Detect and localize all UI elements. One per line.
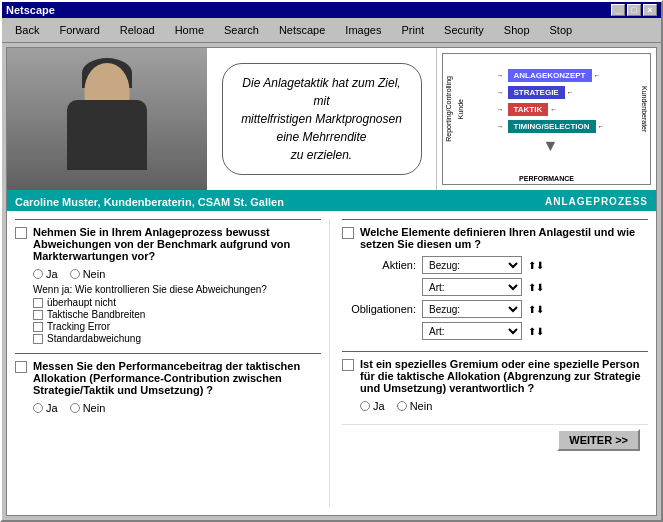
images-button[interactable]: Images: [336, 21, 390, 39]
aktien-art-select[interactable]: Art:: [422, 278, 522, 296]
diagram-boxes: → ANLAGEKONZEPT ← → STRATEGIE ← →: [497, 69, 605, 155]
q1-label-nein: Nein: [83, 268, 106, 280]
obligationen-art-row: Art: ⬆⬇: [422, 322, 648, 340]
question-1-checkbox[interactable]: [15, 227, 27, 239]
main-content: Die Anlagetaktik hat zum Ziel, mit mitte…: [2, 43, 661, 520]
q1-cb-3[interactable]: Tracking Error: [33, 321, 321, 332]
speech-text-line3: zu erzielen.: [291, 148, 352, 162]
forward-button[interactable]: Forward: [50, 21, 108, 39]
aktien-bezug-arrow: ⬆⬇: [528, 260, 544, 271]
q1-cb-1[interactable]: überhaupt nicht: [33, 297, 321, 308]
q1-cb-4[interactable]: Standardabweichung: [33, 333, 321, 344]
diagram-box-taktik: TAKTIK: [508, 103, 549, 116]
q1-checkbox-2[interactable]: [33, 310, 43, 320]
person-body: [67, 100, 147, 170]
maximize-button[interactable]: □: [627, 4, 641, 16]
q4-label-ja: Ja: [373, 400, 385, 412]
question-block-1: Nehmen Sie in Ihrem Anlageprozess bewuss…: [15, 219, 321, 345]
question-3-checkbox[interactable]: [342, 227, 354, 239]
search-button[interactable]: Search: [215, 21, 268, 39]
person-silhouette: [7, 48, 207, 190]
aktien-art-arrow: ⬆⬇: [528, 282, 544, 293]
obligationen-bezug-row: Obligationen: Bezug: ⬆⬇: [346, 300, 648, 318]
questions-right: Welche Elemente definieren Ihren Anlages…: [338, 219, 648, 507]
question-2-title: Messen Sie den Performancebeitrag der ta…: [15, 360, 321, 396]
question-2-text: Messen Sie den Performancebeitrag der ta…: [33, 360, 321, 396]
title-bar: Netscape _ □ ×: [2, 2, 661, 18]
question-3-text: Welche Elemente definieren Ihren Anlages…: [360, 226, 648, 250]
question-1-title: Nehmen Sie in Ihrem Anlageprozess bewuss…: [15, 226, 321, 262]
toolbar: Back Forward Reload Home Search Netscape…: [2, 18, 661, 43]
reload-button[interactable]: Reload: [111, 21, 164, 39]
q1-cb-label-2: Taktische Bandbreiten: [47, 309, 145, 320]
q2-option-ja[interactable]: Ja: [33, 402, 58, 414]
question-4-title: Ist ein spezielles Gremium oder eine spe…: [342, 358, 648, 394]
obligationen-bezug-select[interactable]: Bezug:: [422, 300, 522, 318]
obligationen-label: Obligationen:: [346, 303, 416, 315]
q1-cb-label-3: Tracking Error: [47, 321, 110, 332]
shop-button[interactable]: Shop: [495, 21, 539, 39]
aktien-bezug-row: Aktien: Bezug: ⬆⬇: [346, 256, 648, 274]
q1-sub-question: Wenn ja: Wie kontrollieren Sie diese Abw…: [33, 284, 321, 295]
person-area: [7, 48, 207, 190]
netscape-button[interactable]: Netscape: [270, 21, 334, 39]
back-button[interactable]: Back: [6, 21, 48, 39]
obligationen-art-arrow: ⬆⬇: [528, 326, 544, 337]
question-block-4: Ist ein spezielles Gremium oder eine spe…: [342, 351, 648, 416]
diagram-box-timing: TIMING/SELECTION: [508, 120, 596, 133]
question-1-options: Ja Nein: [33, 268, 321, 280]
aktien-label: Aktien:: [346, 259, 416, 271]
q1-radio-ja[interactable]: [33, 269, 43, 279]
diagram-left-label1: Reporting/Controlling: [445, 76, 452, 142]
q4-radio-nein[interactable]: [397, 401, 407, 411]
q1-option-nein[interactable]: Nein: [70, 268, 106, 280]
minimize-button[interactable]: _: [611, 4, 625, 16]
question-1-text: Nehmen Sie in Ihrem Anlageprozess bewuss…: [33, 226, 321, 262]
q1-option-ja[interactable]: Ja: [33, 268, 58, 280]
q4-label-nein: Nein: [410, 400, 433, 412]
aktien-bezug-select[interactable]: Bezug:: [422, 256, 522, 274]
q1-label-ja: Ja: [46, 268, 58, 280]
question-4-checkbox[interactable]: [342, 359, 354, 371]
q1-cb-label-4: Standardabweichung: [47, 333, 141, 344]
question-2-checkbox[interactable]: [15, 361, 27, 373]
print-button[interactable]: Print: [392, 21, 433, 39]
speech-bubble: Die Anlagetaktik hat zum Ziel, mit mitte…: [222, 63, 422, 175]
q4-option-ja[interactable]: Ja: [360, 400, 385, 412]
diagram-arrow-down: ▼: [497, 137, 605, 155]
q1-checkbox-4[interactable]: [33, 334, 43, 344]
close-button[interactable]: ×: [643, 4, 657, 16]
q2-radio-nein[interactable]: [70, 403, 80, 413]
security-button[interactable]: Security: [435, 21, 493, 39]
aktien-art-row: Art: ⬆⬇: [422, 278, 648, 296]
obligationen-bezug-arrow: ⬆⬇: [528, 304, 544, 315]
obligationen-art-select[interactable]: Art:: [422, 322, 522, 340]
question-block-2: Messen Sie den Performancebeitrag der ta…: [15, 353, 321, 418]
diagram-box-strategie: STRATEGIE: [508, 86, 565, 99]
q2-label-ja: Ja: [46, 402, 58, 414]
name-bar: Caroline Muster, Kundenberaterin, CSAM S…: [7, 193, 656, 211]
window-title: Netscape: [6, 4, 55, 16]
q2-option-nein[interactable]: Nein: [70, 402, 106, 414]
diagram-bottom-label: PERFORMANCE: [519, 175, 574, 182]
speech-bubble-area: Die Anlagetaktik hat zum Ziel, mit mitte…: [207, 48, 436, 190]
q4-radio-ja[interactable]: [360, 401, 370, 411]
weiter-button[interactable]: WEITER >>: [557, 429, 640, 451]
q1-cb-2[interactable]: Taktische Bandbreiten: [33, 309, 321, 320]
q1-checkbox-3[interactable]: [33, 322, 43, 332]
q2-label-nein: Nein: [83, 402, 106, 414]
q2-radio-ja[interactable]: [33, 403, 43, 413]
questions-left: Nehmen Sie in Ihrem Anlageprozess bewuss…: [15, 219, 330, 507]
stop-button[interactable]: Stop: [541, 21, 582, 39]
speech-text-line2: mittelfristigen Marktprognosen eine Mehr…: [241, 112, 402, 144]
header-area: Die Anlagetaktik hat zum Ziel, mit mitte…: [7, 48, 656, 193]
questions-area: Nehmen Sie in Ihrem Anlageprozess bewuss…: [7, 211, 656, 515]
q4-option-nein[interactable]: Nein: [397, 400, 433, 412]
q1-checkbox-1[interactable]: [33, 298, 43, 308]
question-4-options: Ja Nein: [360, 400, 648, 412]
q1-radio-nein[interactable]: [70, 269, 80, 279]
home-button[interactable]: Home: [166, 21, 213, 39]
question-3-title: Welche Elemente definieren Ihren Anlages…: [342, 226, 648, 250]
anlageprozess-label: ANLAGEPROZESS: [545, 196, 648, 208]
speech-text-line1: Die Anlagetaktik hat zum Ziel, mit: [242, 76, 400, 108]
